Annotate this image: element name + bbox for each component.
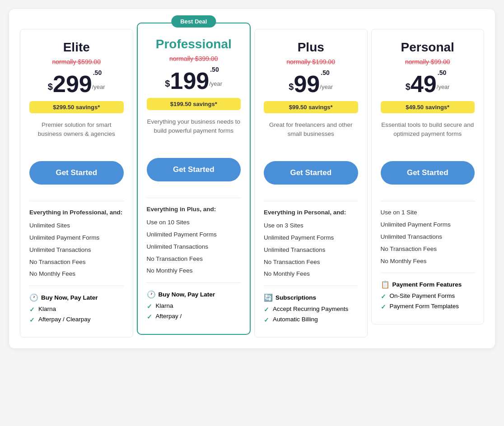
original-price-elite: normally $599.00 — [29, 58, 124, 65]
section-divider-personal — [381, 273, 475, 273]
feature-item-plus-2: Unlimited Transactions — [264, 246, 358, 255]
divider-plus — [264, 201, 358, 201]
section-item-elite-0: ✓ Klarna — [29, 306, 124, 313]
section-header-label-plus: Subscriptions — [275, 294, 316, 301]
price-row-elite: $ 299 .50 /year — [29, 69, 124, 96]
features-header-plus: Everything in Personal, and: — [264, 208, 358, 217]
feature-item-personal-4: No Monthly Fees — [381, 257, 475, 266]
get-started-btn-professional[interactable]: Get Started — [147, 158, 241, 181]
plan-card-elite: Elite normally $599.00 $ 299 .50 /year $… — [20, 29, 133, 338]
feature-item-elite-1: Unlimited Payment Forms — [29, 234, 124, 242]
best-deal-badge: Best Deal — [171, 15, 216, 28]
check-icon-professional-1: ✓ — [147, 313, 152, 320]
price-row-professional: $ 199 .50 /year — [147, 66, 241, 93]
pricing-wrapper: Elite normally $599.00 $ 299 .50 /year $… — [9, 9, 495, 348]
section-item-elite-1: ✓ Afterpay / Clearpay — [29, 316, 124, 324]
get-started-btn-personal[interactable]: Get Started — [381, 161, 475, 185]
plans-container: Elite normally $599.00 $ 299 .50 /year $… — [18, 27, 486, 339]
check-icon-plus-0: ✓ — [264, 306, 269, 313]
plan-description-elite: Premier solution for smart business owne… — [29, 120, 124, 152]
section-item-personal-0: ✓ On-Site Payment Forms — [381, 292, 475, 300]
features-list-personal: Use on 1 SiteUnlimited Payment FormsUnli… — [381, 208, 475, 265]
price-dollar-elite: $ — [48, 82, 53, 92]
feature-item-personal-0: Use on 1 Site — [381, 208, 475, 217]
section-item-professional-0: ✓ Klarna — [147, 302, 241, 310]
section-item-professional-1: ✓ Afterpay / — [147, 313, 241, 320]
features-list-professional: Everything in Plus, and:Use on 10 SitesU… — [147, 205, 241, 275]
divider-professional — [147, 198, 241, 198]
price-dollar-personal: $ — [406, 82, 411, 92]
check-icon-personal-1: ✓ — [381, 303, 386, 310]
feature-item-elite-2: Unlimited Transactions — [29, 246, 124, 255]
section-header-personal: 📋 Payment Form Features — [381, 280, 475, 289]
price-main-personal: 49 — [411, 72, 437, 96]
section-item-label-personal-1: Payment Form Templates — [390, 303, 459, 310]
divider-elite — [29, 201, 124, 201]
feature-item-personal-2: Unlimited Transactions — [381, 233, 475, 241]
price-period-personal: /year — [437, 83, 450, 90]
section-icon-professional: 🕐 — [147, 290, 156, 299]
feature-item-elite-4: No Monthly Fees — [29, 270, 124, 278]
feature-item-professional-1: Unlimited Payment Forms — [147, 231, 241, 239]
features-list-plus: Everything in Personal, and:Use on 3 Sit… — [264, 208, 358, 278]
price-cents-personal: .50 — [438, 69, 446, 76]
section-header-plus: 🔄 Subscriptions — [264, 293, 358, 302]
section-item-label-plus-0: Accept Recurring Payments — [273, 306, 348, 312]
plan-description-professional: Everything your business needs to build … — [147, 117, 241, 149]
section-icon-elite: 🕐 — [29, 293, 38, 302]
section-divider-plus — [264, 286, 358, 286]
savings-badge-elite: $299.50 savings* — [29, 101, 124, 113]
price-cents-elite: .50 — [93, 69, 102, 76]
price-row-personal: $ 49 .50 /year — [381, 69, 475, 96]
section-header-label-personal: Payment Form Features — [392, 281, 462, 288]
price-main-elite: 299 — [53, 72, 92, 96]
section-divider-elite — [29, 286, 124, 286]
features-list-elite: Everything in Professional, and:Unlimite… — [29, 208, 124, 278]
price-cents-professional: .50 — [210, 66, 219, 73]
feature-item-professional-2: Unlimited Transactions — [147, 243, 241, 251]
plan-name-elite: Elite — [29, 40, 124, 55]
price-period-elite: /year — [92, 83, 105, 90]
price-cents-plus: .50 — [321, 69, 329, 76]
feature-item-personal-1: Unlimited Payment Forms — [381, 221, 475, 229]
plan-name-plus: Plus — [264, 40, 358, 55]
section-item-label-professional-1: Afterpay / — [156, 313, 182, 320]
section-header-elite: 🕐 Buy Now, Pay Later — [29, 293, 124, 302]
savings-badge-personal: $49.50 savings* — [381, 101, 475, 113]
original-price-professional: normally $399.00 — [147, 55, 241, 62]
section-icon-personal: 📋 — [381, 280, 390, 289]
check-icon-plus-1: ✓ — [264, 316, 269, 324]
section-divider-professional — [147, 282, 241, 283]
section-header-label-elite: Buy Now, Pay Later — [41, 294, 98, 301]
feature-item-plus-4: No Monthly Fees — [264, 270, 358, 278]
price-main-professional: 199 — [170, 69, 209, 93]
check-icon-elite-0: ✓ — [29, 306, 35, 313]
savings-badge-professional: $199.50 savings* — [147, 98, 241, 110]
section-item-label-professional-0: Klarna — [156, 302, 173, 309]
plan-name-personal: Personal — [381, 40, 475, 55]
section-item-label-personal-0: On-Site Payment Forms — [390, 292, 455, 299]
price-main-plus: 99 — [294, 72, 320, 96]
feature-item-plus-0: Use on 3 Sites — [264, 222, 358, 230]
get-started-btn-plus[interactable]: Get Started — [264, 161, 358, 185]
price-row-plus: $ 99 .50 /year — [264, 69, 358, 96]
plan-description-personal: Essential tools to build secure and opti… — [381, 120, 475, 152]
check-icon-personal-0: ✓ — [381, 293, 386, 300]
feature-item-personal-3: No Transaction Fees — [381, 245, 475, 254]
get-started-btn-elite[interactable]: Get Started — [29, 161, 124, 185]
section-icon-plus: 🔄 — [264, 293, 273, 302]
features-header-elite: Everything in Professional, and: — [29, 208, 124, 217]
savings-badge-plus: $99.50 savings* — [264, 101, 358, 113]
feature-item-professional-0: Use on 10 Sites — [147, 218, 241, 227]
price-period-professional: /year — [209, 80, 222, 87]
section-item-label-elite-0: Klarna — [38, 306, 56, 312]
plan-name-professional: Professional — [147, 37, 241, 51]
features-header-professional: Everything in Plus, and: — [147, 205, 241, 214]
section-header-professional: 🕐 Buy Now, Pay Later — [147, 290, 241, 299]
original-price-personal: normally $99.00 — [381, 58, 475, 65]
price-dollar-plus: $ — [289, 82, 294, 92]
section-item-label-plus-1: Automatic Billing — [273, 316, 318, 323]
feature-item-elite-3: No Transaction Fees — [29, 258, 124, 267]
price-dollar-professional: $ — [165, 79, 170, 89]
feature-item-plus-3: No Transaction Fees — [264, 258, 358, 267]
